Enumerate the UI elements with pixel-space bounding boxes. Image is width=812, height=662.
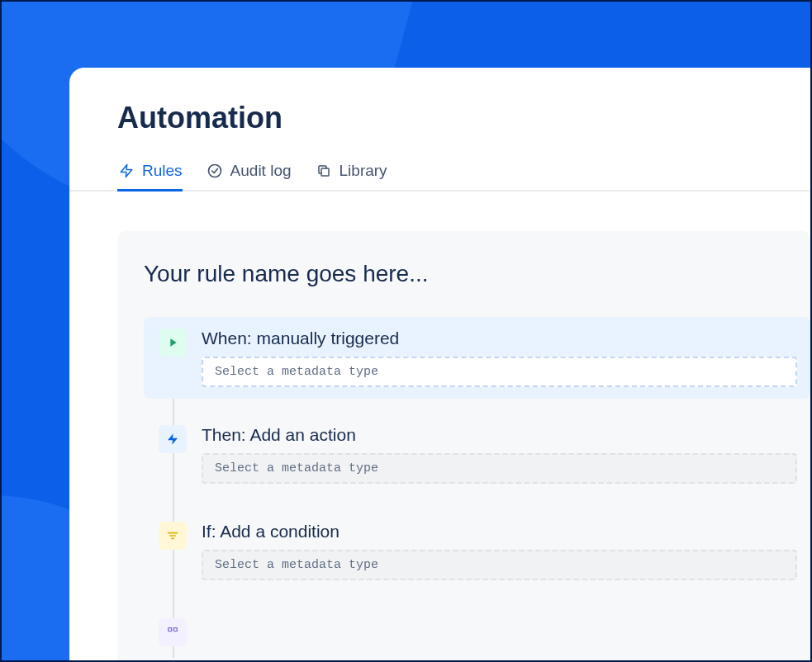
rule-step-branch[interactable]	[144, 607, 810, 658]
check-circle-icon	[206, 162, 224, 180]
step-content: When: manually triggered Select a metada…	[202, 329, 797, 387]
rule-builder-panel: Your rule name goes here... When: manual…	[117, 231, 810, 662]
step-content: If: Add a condition Select a metadata ty…	[202, 522, 797, 580]
tab-label: Rules	[142, 162, 183, 180]
tab-label: Audit log	[230, 162, 292, 180]
svg-rect-1	[321, 168, 329, 176]
app-frame: Automation Rules Audit log	[0, 0, 812, 662]
lightning-icon	[117, 162, 135, 180]
bolt-icon	[159, 425, 187, 453]
page-title: Automation	[69, 101, 810, 135]
step-label: If: Add a condition	[202, 522, 797, 541]
svg-rect-6	[173, 628, 177, 631]
rule-step-condition[interactable]: If: Add a condition Select a metadata ty…	[144, 510, 810, 592]
tab-audit-log[interactable]: Audit log	[206, 162, 292, 190]
tab-rules[interactable]: Rules	[117, 162, 183, 190]
branch-icon	[159, 618, 187, 646]
rule-step-trigger[interactable]: When: manually triggered Select a metada…	[144, 317, 810, 399]
svg-rect-5	[169, 628, 172, 631]
rule-name-input[interactable]: Your rule name goes here...	[144, 261, 810, 287]
rule-steps-list: When: manually triggered Select a metada…	[144, 317, 810, 658]
metadata-type-selector[interactable]: Select a metadata type	[202, 453, 797, 484]
main-card: Automation Rules Audit log	[69, 68, 810, 660]
copy-icon	[315, 162, 333, 180]
step-label: Then: Add an action	[202, 425, 797, 445]
filter-icon	[159, 522, 187, 550]
rule-step-action[interactable]: Then: Add an action Select a metadata ty…	[144, 414, 810, 495]
step-content: Then: Add an action Select a metadata ty…	[202, 425, 797, 484]
tab-library[interactable]: Library	[315, 162, 387, 190]
tab-label: Library	[340, 162, 387, 180]
metadata-type-selector[interactable]: Select a metadata type	[202, 550, 797, 580]
tab-bar: Rules Audit log Library	[69, 162, 810, 192]
play-icon	[159, 329, 187, 357]
step-label: When: manually triggered	[202, 329, 797, 348]
metadata-type-selector[interactable]: Select a metadata type	[202, 357, 797, 387]
svg-point-0	[208, 165, 221, 177]
